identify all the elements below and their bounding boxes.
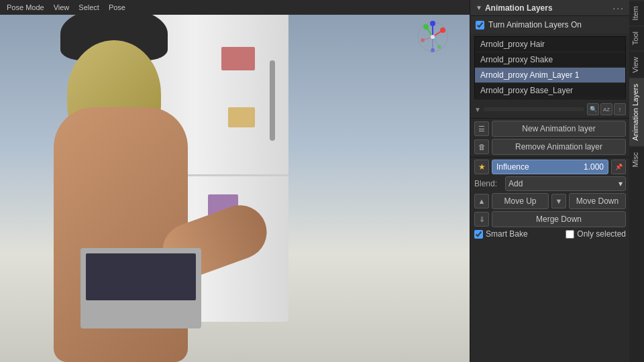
- smart-bake-checkbox[interactable]: [474, 230, 483, 239]
- move-up-label: Move Up: [504, 196, 536, 206]
- tab-misc[interactable]: Misc: [629, 146, 644, 173]
- move-down-icon-btn[interactable]: ▼: [551, 194, 566, 208]
- sort-az-btn[interactable]: AZ: [600, 103, 612, 115]
- search-icon: 🔍: [590, 106, 597, 113]
- move-row: ▲ Move Up ▼ Move Down: [474, 193, 626, 209]
- svg-point-12: [431, 48, 435, 52]
- svg-point-13: [431, 35, 435, 39]
- turn-on-label: Turn Animation Layers On: [488, 20, 582, 29]
- influence-star-btn[interactable]: ★: [474, 160, 489, 174]
- pose-mode-btn[interactable]: Pose Mode: [3, 3, 48, 12]
- influence-value: 1.000: [584, 162, 604, 172]
- panel-header: ▼ Animation Layers ···: [470, 0, 630, 16]
- panel-menu-button[interactable]: ···: [612, 3, 625, 13]
- layer-item-1[interactable]: Arnold_proxy Shake: [475, 52, 625, 68]
- turn-on-row: Turn Animation Layers On: [470, 16, 630, 34]
- smart-bake-checkbox-row: Smart Bake: [474, 229, 528, 239]
- merge-btn-row: ⇓ Merge Down: [474, 211, 626, 227]
- sort-az-icon: AZ: [603, 107, 610, 113]
- panel-title: ▼ Animation Layers: [476, 3, 553, 13]
- blend-row: Blend: Add ▾: [474, 176, 626, 191]
- only-selected-row: Only selected: [566, 229, 626, 239]
- move-up-arrow-icon: ▲: [478, 197, 486, 205]
- new-layer-icon-btn[interactable]: ☰: [474, 121, 489, 136]
- tab-item[interactable]: Item: [629, 0, 644, 25]
- only-selected-checkbox[interactable]: [566, 230, 574, 239]
- blend-select[interactable]: Add ▾: [505, 176, 626, 191]
- character: [13, 40, 228, 362]
- layer-list: Arnold_proxy Hair Arnold_proxy Shake Arn…: [474, 36, 626, 99]
- move-up-button[interactable]: Move Up: [492, 193, 549, 209]
- influence-pin-btn[interactable]: 📌: [611, 160, 626, 174]
- viewport-header: Pose Mode View Select Pose: [0, 0, 470, 15]
- scroll-icons: 🔍 AZ ↑: [587, 103, 626, 115]
- viewport-gizmo[interactable]: [416, 20, 449, 54]
- move-down-arrow-icon: ▼: [555, 197, 563, 205]
- remove-layer-button[interactable]: Remove Animation layer: [492, 139, 626, 155]
- svg-point-6: [423, 24, 429, 29]
- merge-icon-btn[interactable]: ⇓: [474, 212, 489, 227]
- laptop: [80, 248, 201, 328]
- pose-menu-btn[interactable]: Pose: [105, 3, 129, 12]
- viewport: Pose Mode View Select Pose: [0, 0, 470, 362]
- layer-item-3[interactable]: Arnold_proxy Base_Layer: [475, 83, 625, 99]
- svg-point-4: [421, 38, 425, 42]
- blend-value: Add: [508, 179, 523, 188]
- influence-field[interactable]: Influence 1.000: [492, 160, 608, 174]
- svg-point-10: [430, 21, 435, 26]
- new-layer-button[interactable]: New Animation layer: [492, 121, 626, 137]
- new-layer-icon: ☰: [478, 125, 485, 133]
- sort-arrow-btn[interactable]: ↑: [614, 103, 626, 115]
- tab-tool[interactable]: Tool: [629, 25, 644, 50]
- magnet-2: [228, 107, 255, 127]
- influence-row: ★ Influence 1.000 📌: [474, 160, 626, 174]
- blend-label: Blend:: [474, 179, 501, 188]
- smart-bake-label: Smart Bake: [486, 229, 528, 239]
- bake-row: Smart Bake Only selected: [474, 229, 626, 239]
- fridge-handle: [270, 60, 275, 141]
- panel-content: ▼ Animation Layers ··· Turn Animation La…: [470, 0, 630, 362]
- vertical-tabs: Item Tool View Animation Layers Misc: [629, 0, 644, 362]
- new-layer-row: ☰ New Animation layer: [474, 121, 626, 137]
- turn-on-checkbox[interactable]: [476, 21, 484, 29]
- list-scrollbar: ▼ 🔍 AZ ↑: [470, 102, 630, 117]
- select-menu-btn[interactable]: Select: [74, 3, 103, 12]
- move-down-button[interactable]: Move Down: [569, 193, 626, 209]
- svg-point-2: [440, 27, 445, 33]
- layer-item-2[interactable]: Arnold_proxy Anim_Layer 1: [475, 68, 625, 83]
- merge-row: ⇓ Merge Down: [474, 211, 626, 227]
- tab-view[interactable]: View: [629, 51, 644, 78]
- panel-collapse-arrow[interactable]: ▼: [476, 4, 482, 11]
- merge-icon: ⇓: [479, 215, 485, 224]
- divider-2: [470, 157, 630, 158]
- laptop-screen: [86, 253, 196, 300]
- merge-down-button[interactable]: Merge Down: [492, 211, 626, 227]
- move-up-icon-btn[interactable]: ▲: [474, 194, 489, 208]
- remove-layer-icon-btn[interactable]: 🗑: [474, 139, 489, 154]
- svg-point-8: [437, 45, 441, 49]
- right-panel: ▼ Animation Layers ··· Turn Animation La…: [470, 0, 644, 362]
- remove-layer-row: 🗑 Remove Animation layer: [474, 139, 626, 155]
- blend-chevron-icon: ▾: [619, 179, 623, 188]
- layer-item-0[interactable]: Arnold_proxy Hair: [475, 37, 625, 52]
- scroll-triangle[interactable]: ▼: [474, 106, 481, 113]
- scroll-track[interactable]: [484, 107, 584, 111]
- influence-label: Influence: [496, 162, 529, 172]
- view-menu-btn[interactable]: View: [50, 3, 74, 12]
- move-down-label: Move Down: [576, 196, 619, 206]
- search-icon-btn[interactable]: 🔍: [587, 103, 599, 115]
- tab-animation-layers[interactable]: Animation Layers: [629, 78, 644, 146]
- panel-title-text: Animation Layers: [485, 3, 553, 13]
- remove-layer-icon: 🗑: [478, 143, 486, 151]
- divider-1: [470, 118, 630, 119]
- sort-arrow-icon: ↑: [619, 106, 622, 113]
- star-icon: ★: [478, 162, 486, 172]
- only-selected-label: Only selected: [577, 229, 626, 239]
- pin-icon: 📌: [615, 164, 623, 170]
